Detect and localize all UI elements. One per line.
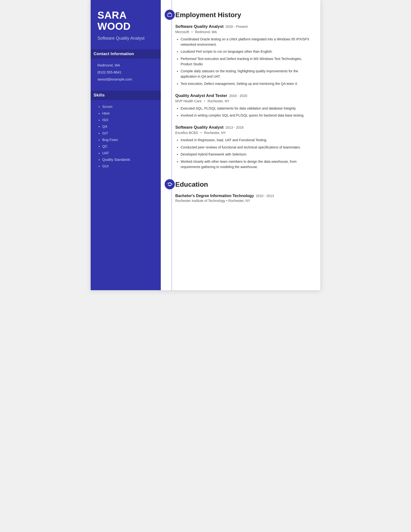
job-years: 2013 - 2016	[225, 125, 244, 129]
job-org: Microsoft • Redmond, WA	[175, 30, 310, 34]
job-bullets: Coordinated Oracle testing on a UNIX pla…	[175, 37, 310, 86]
employment-section-title: Employment History	[175, 10, 310, 19]
briefcase-icon	[165, 10, 175, 20]
skill-item: UAT	[102, 151, 154, 155]
dot: •	[225, 199, 228, 203]
skill-item: QA	[102, 124, 154, 129]
job-bullet: Executed SQL, PL/SQL statements for data…	[181, 106, 310, 111]
contact-section-header: Contact Information	[91, 49, 161, 58]
job-company: MVP Health Care	[175, 99, 202, 103]
job-location: Redmond, WA	[195, 30, 217, 34]
skill-item: ISO	[102, 117, 154, 122]
job-org: MVP Health Care • Rochester, NY	[175, 99, 310, 103]
job-bullet: Coordinated Oracle testing on a UNIX pla…	[181, 37, 310, 47]
edu-school: Rochester Institute of Technology • Roch…	[175, 199, 310, 203]
job-header: Quality Analyst And Tester2016 - 2020	[175, 93, 310, 98]
job-bullets: Involved in Regression, load, UAT and Fu…	[175, 138, 310, 170]
dot: •	[203, 99, 206, 103]
job-company: Excellus BCBS	[175, 131, 198, 135]
job-bullets: Executed SQL, PL/SQL statements for data…	[175, 106, 310, 118]
job-location: Rochester, NY	[207, 99, 229, 103]
job-org: Excellus BCBS • Rochester, NY	[175, 131, 310, 135]
edu-degree: Bachelor's Degree Information Technology	[175, 194, 254, 198]
contact-phone: (810) 555-8641	[97, 70, 154, 75]
job-bullet: Involved in writing complex SQL and PL/S…	[181, 113, 310, 118]
skill-item: Bug Fixes	[102, 137, 154, 142]
job-header: Software Quality Analyst2020 - Present	[175, 24, 310, 29]
job-bullet: Involved in Regression, load, UAT and Fu…	[181, 138, 310, 143]
dot: •	[190, 30, 194, 34]
contact-section: Contact Information Redmond, WA (810) 55…	[97, 49, 154, 84]
candidate-name: SARA WOOD	[97, 10, 154, 32]
job-bullet: Localized Perl scripts to run on languag…	[181, 49, 310, 54]
sidebar: SARA WOOD Software Quality Analyst Conta…	[91, 0, 161, 290]
education-section-title: Education	[175, 179, 310, 188]
skills-list: ScrumHtmlISOQAGITBug FixesQCUATQuality S…	[97, 104, 154, 169]
dot: •	[199, 131, 203, 135]
job-title: Quality Analyst And Tester	[175, 93, 227, 98]
skill-item: GUI	[102, 164, 154, 169]
job-bullet: Performed Test execution and Defect trac…	[181, 56, 310, 67]
edu-years: 2010 - 2013	[256, 194, 274, 198]
job-bullet: Developed Hybrid framework with Selenium…	[181, 152, 310, 157]
edu-entry: Bachelor's Degree Information Technology…	[175, 194, 310, 203]
skill-item: GIT	[102, 131, 154, 136]
job-bullet: Worked closely with other team members t…	[181, 159, 310, 170]
job-entry: Software Quality Analyst2020 - PresentMi…	[175, 24, 310, 86]
employment-section: Employment History Software Quality Anal…	[175, 10, 310, 170]
school-location: Rochester, NY	[228, 199, 250, 203]
skill-item: Html	[102, 111, 154, 116]
job-years: 2020 - Present	[225, 25, 248, 28]
skills-section: Skills ScrumHtmlISOQAGITBug FixesQCUATQu…	[97, 91, 154, 170]
contact-location: Redmond, WA	[97, 63, 154, 68]
main-content: Employment History Software Quality Anal…	[161, 0, 320, 290]
skill-item: QC	[102, 144, 154, 149]
edu-degree-line: Bachelor's Degree Information Technology…	[175, 194, 310, 198]
skill-item: Scrum	[102, 104, 154, 109]
job-entry: Quality Analyst And Tester2016 - 2020MVP…	[175, 93, 310, 118]
candidate-title: Software Quality Analyst	[97, 35, 154, 41]
education-container: Bachelor's Degree Information Technology…	[175, 194, 310, 203]
job-entry: Software Quality Analyst2013 - 2016Excel…	[175, 125, 310, 170]
resume-container: SARA WOOD Software Quality Analyst Conta…	[91, 0, 320, 290]
job-title: Software Quality Analyst	[175, 24, 224, 29]
job-bullet: Test execution, Defect management, Setti…	[181, 81, 310, 86]
contact-email: swood@example.com	[97, 77, 154, 82]
education-section: Education Bachelor's Degree Information …	[175, 179, 310, 203]
job-bullet: Compile daily statuses on the testing, h…	[181, 69, 310, 79]
job-years: 2016 - 2020	[229, 94, 247, 98]
jobs-container: Software Quality Analyst2020 - PresentMi…	[175, 24, 310, 170]
job-bullet: Conducted peer reviews of functional and…	[181, 145, 310, 150]
job-company: Microsoft	[175, 30, 189, 34]
job-location: Rochester, NY	[204, 131, 226, 135]
skill-item: Quality Standards	[102, 157, 154, 162]
skills-section-header: Skills	[91, 91, 161, 100]
graduation-icon	[165, 179, 175, 189]
timeline-line	[171, 0, 172, 290]
school-name: Rochester Institute of Technology	[175, 199, 225, 203]
job-header: Software Quality Analyst2013 - 2016	[175, 125, 310, 130]
job-title: Software Quality Analyst	[175, 125, 224, 130]
